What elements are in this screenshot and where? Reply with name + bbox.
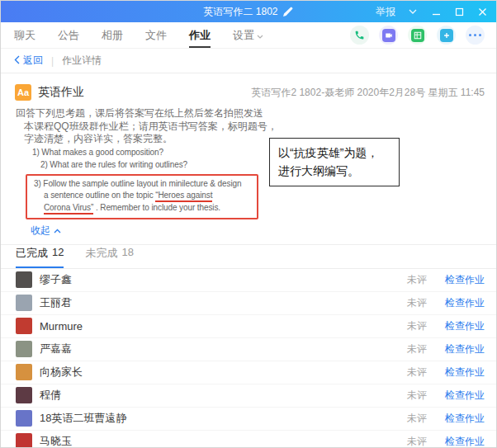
create-chat-plus-icon[interactable] — [437, 26, 456, 45]
chevron-left-icon — [14, 55, 20, 67]
question-1: 1) What makes a good composition? — [32, 146, 496, 159]
table-row: Murmure 未评 检查作业 — [1, 315, 496, 338]
edit-pencil-icon[interactable] — [282, 6, 294, 17]
avatar — [16, 433, 32, 448]
titlebar: 英语写作二 1802 举报 — [1, 1, 496, 22]
question-3-line3-post: . Remember to include your thesis. — [93, 203, 220, 212]
status-ungraded: 未评 — [407, 365, 427, 380]
table-row: 王丽君 未评 检查作业 — [1, 292, 496, 315]
question-2: 2) What are the rules for writing outlin… — [40, 158, 496, 172]
question-3-highlight-box: 3) Follow the sample outline layout in m… — [26, 174, 258, 220]
table-row: 严嘉嘉 未评 检查作业 — [1, 338, 496, 361]
check-homework-link[interactable]: 检查作业 — [445, 342, 485, 356]
tab-completed-label: 已完成 — [16, 246, 48, 261]
check-homework-link[interactable]: 检查作业 — [445, 389, 485, 403]
annotation-line: 进行大纲编写。 — [278, 162, 390, 180]
annotation-note-box: 以“抗疫英雄”为题， 进行大纲编写。 — [269, 138, 400, 186]
window-title: 英语写作二 1802 — [203, 5, 277, 19]
description-line: 本课程QQ班级群作业栏；请用英语书写答案，标明题号， — [24, 120, 496, 134]
tab-chat-label: 聊天 — [14, 28, 36, 43]
tab-album[interactable]: 相册 — [102, 22, 123, 48]
student-name: 严嘉嘉 — [40, 342, 72, 356]
table-row: 向杨家长 未评 检查作业 — [1, 361, 496, 384]
tab-completed[interactable]: 已完成 12 — [16, 246, 64, 268]
description-line: 回答下列思考题，课后将答案写在纸上然后签名拍照发送 — [16, 107, 496, 120]
check-homework-link[interactable]: 检查作业 — [445, 319, 485, 333]
report-button[interactable]: 举报 — [376, 5, 395, 19]
student-name: 程倩 — [40, 388, 61, 403]
tab-settings[interactable]: 设置 — [233, 22, 263, 48]
status-ungraded: 未评 — [407, 342, 427, 356]
table-row: 18英语二班曹遠静 未评 检查作业 — [1, 408, 496, 431]
maximize-button[interactable] — [453, 6, 465, 17]
tab-completed-count: 12 — [52, 246, 64, 261]
back-button[interactable]: 返回 — [14, 54, 43, 68]
homework-meta: 英语写作2 1802-聂老师 2020年2月28号 星期五 11:45 — [251, 86, 485, 100]
check-homework-link[interactable]: 检查作业 — [445, 296, 485, 310]
tab-files[interactable]: 文件 — [145, 22, 167, 48]
tab-chat[interactable]: 聊天 — [14, 22, 36, 48]
chevron-up-icon — [54, 224, 61, 238]
student-name: 缪子鑫 — [40, 272, 72, 287]
submission-tabs: 已完成 12 未完成 18 — [1, 244, 496, 269]
main-tabbar: 聊天 公告 相册 文件 作业 设置 — [1, 22, 496, 49]
tab-settings-label: 设置 — [233, 28, 254, 43]
collapse-toggle[interactable]: 收起 — [31, 224, 496, 238]
homework-description: 回答下列思考题，课后将答案写在纸上然后签名拍照发送 本课程QQ班级群作业栏；请用… — [1, 101, 496, 238]
chevron-down-icon[interactable] — [407, 6, 419, 17]
group-tool-icons — [350, 22, 485, 48]
check-homework-link[interactable]: 检查作业 — [445, 365, 485, 380]
table-row: 缪子鑫 未评 检查作业 — [1, 269, 496, 292]
window-controls: 举报 — [376, 5, 496, 19]
tab-uncompleted-label: 未完成 — [85, 246, 117, 261]
tab-homework[interactable]: 作业 — [189, 22, 211, 48]
page-title: 作业详情 — [62, 54, 102, 68]
status-ungraded: 未评 — [407, 435, 427, 448]
status-ungraded: 未评 — [407, 412, 427, 426]
homework-header: Aa 英语作业 英语写作2 1802-聂老师 2020年2月28号 星期五 11… — [1, 73, 496, 101]
status-ungraded: 未评 — [407, 389, 427, 403]
voice-call-icon[interactable] — [350, 26, 369, 45]
table-row: 马晓玉 未评 检查作业 — [1, 431, 496, 448]
student-name: 向杨家长 — [40, 365, 83, 380]
avatar — [16, 364, 32, 380]
question-3-line3: Corona Virus” . Remember to include your… — [44, 202, 250, 215]
question-3-line1: 3) Follow the sample outline layout in m… — [34, 178, 250, 191]
back-label: 返回 — [23, 54, 43, 68]
student-name: 18英语二班曹遠静 — [40, 411, 126, 426]
status-ungraded: 未评 — [407, 273, 427, 287]
minimize-button[interactable] — [430, 6, 442, 17]
avatar — [16, 341, 32, 357]
table-row: 程倩 未评 检查作业 — [1, 384, 496, 408]
tab-announcement[interactable]: 公告 — [58, 22, 79, 48]
tab-announcement-label: 公告 — [58, 28, 79, 43]
tab-files-label: 文件 — [145, 28, 167, 43]
tab-homework-label: 作业 — [189, 28, 211, 43]
check-homework-link[interactable]: 检查作业 — [445, 435, 485, 448]
tab-album-label: 相册 — [102, 28, 123, 43]
description-line: 字迹清楚，内容详实，答案完整。 — [24, 133, 496, 146]
avatar — [16, 271, 32, 288]
qq-group-window: 英语写作二 1802 举报 聊天 公告 相册 文件 — [0, 0, 497, 448]
tab-uncompleted[interactable]: 未完成 18 — [85, 246, 133, 268]
tab-uncompleted-count: 18 — [121, 246, 133, 261]
check-homework-link[interactable]: 检查作业 — [445, 273, 485, 287]
status-ungraded: 未评 — [407, 296, 427, 310]
collapse-label: 收起 — [31, 224, 50, 238]
annotation-line: 以“抗疫英雄”为题， — [278, 144, 390, 162]
question-3-line2: a sentence outline on the topic “Heroes … — [44, 190, 250, 202]
more-icon[interactable] — [466, 26, 485, 45]
video-call-icon[interactable] — [379, 26, 398, 45]
breadcrumb: 返回 | 作业详情 — [1, 49, 496, 73]
status-ungraded: 未评 — [407, 319, 427, 333]
check-homework-link[interactable]: 检查作业 — [445, 412, 485, 426]
avatar — [16, 410, 32, 427]
student-name: Murmure — [40, 320, 83, 332]
avatar — [16, 318, 32, 334]
topic-underlined-part2: Corona Virus” — [44, 203, 93, 215]
breadcrumb-separator: | — [51, 55, 54, 67]
avatar — [16, 295, 32, 311]
docs-icon[interactable] — [408, 26, 427, 45]
close-button[interactable] — [476, 6, 488, 17]
homework-title: 英语作业 — [38, 85, 84, 100]
